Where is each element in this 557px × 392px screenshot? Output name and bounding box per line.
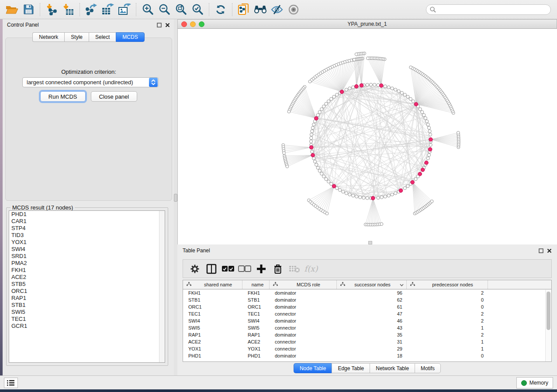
table-row[interactable]: TEC1TEC1connector472	[183, 310, 551, 317]
mcds-node[interactable]	[428, 148, 432, 151]
network-node[interactable]	[426, 123, 429, 126]
network-node[interactable]	[345, 192, 348, 195]
network-node[interactable]	[311, 130, 314, 133]
cell-shared-name[interactable]: TEC1	[183, 310, 242, 317]
refresh-icon[interactable]	[212, 2, 229, 17]
cell-predecessor-nodes[interactable]: 2	[407, 310, 488, 317]
network-node[interactable]	[366, 83, 369, 86]
network-node[interactable]	[429, 133, 432, 136]
cell-name[interactable]: ORC1	[242, 303, 270, 310]
network-node[interactable]	[316, 113, 319, 117]
network-node[interactable]	[384, 195, 387, 198]
mcds-node[interactable]	[411, 180, 415, 184]
mcds-node[interactable]	[355, 85, 359, 89]
column-header-shared-name[interactable]: shared name	[183, 280, 242, 289]
mcds-node[interactable]	[414, 102, 418, 106]
mcds-result-item[interactable]: SWI5	[9, 309, 165, 316]
network-view[interactable]	[177, 29, 557, 244]
table-row[interactable]: SWI5SWI5connector431	[183, 324, 551, 331]
table-row[interactable]: SWI4SWI4dominator462	[183, 317, 551, 324]
cell-name[interactable]: STB1	[242, 296, 270, 303]
network-node[interactable]	[387, 86, 390, 89]
network-graph[interactable]	[178, 29, 557, 244]
network-node[interactable]	[409, 66, 412, 69]
mcds-node[interactable]	[429, 138, 433, 141]
network-node[interactable]	[353, 58, 356, 61]
tab-mcds[interactable]: MCDS	[116, 32, 144, 42]
network-node[interactable]	[310, 137, 313, 140]
network-node[interactable]	[421, 110, 424, 113]
cell-shared-name[interactable]: ORC1	[183, 303, 242, 310]
cell-predecessor-nodes[interactable]: 0	[407, 303, 488, 310]
select-all-columns-icon[interactable]	[221, 261, 235, 276]
network-node[interactable]	[345, 88, 348, 91]
mcds-result-item[interactable]: TID3	[9, 232, 165, 239]
mcds-node[interactable]	[332, 184, 336, 188]
network-node[interactable]	[359, 196, 362, 199]
mcds-node[interactable]	[421, 168, 425, 172]
network-node[interactable]	[283, 151, 286, 155]
cell-shared-name[interactable]: ACE2	[183, 338, 242, 345]
table-row[interactable]: RAP1RAP1dominator352	[183, 331, 551, 338]
cell-name[interactable]: SWI5	[242, 324, 270, 331]
cell-name[interactable]: ACE2	[242, 338, 270, 345]
cell-successor-nodes[interactable]: 31	[337, 338, 407, 345]
cell-name[interactable]: SWI4	[242, 317, 270, 324]
cell-successor-nodes[interactable]: 43	[337, 324, 407, 331]
network-node[interactable]	[287, 110, 291, 113]
cell-MCDS-role[interactable]: connector	[270, 338, 337, 345]
mcds-result-item[interactable]: SRD1	[9, 253, 165, 260]
cell-MCDS-role[interactable]: dominator	[270, 303, 337, 310]
delete-columns-icon[interactable]	[270, 261, 285, 276]
panel-splitter[interactable]	[174, 19, 177, 375]
tab-select[interactable]: Select	[89, 32, 116, 42]
network-node[interactable]	[336, 93, 339, 96]
optimization-criterion-select[interactable]: largest connected component (undirected)	[22, 77, 159, 87]
mcds-result-item[interactable]: FKH1	[9, 267, 165, 274]
network-node[interactable]	[380, 223, 383, 226]
cell-successor-nodes[interactable]: 46	[337, 317, 407, 324]
column-sort-icon[interactable]	[400, 282, 406, 287]
network-node[interactable]	[309, 140, 312, 143]
cell-successor-nodes[interactable]: 47	[337, 310, 407, 317]
delete-table-icon[interactable]	[287, 261, 302, 276]
network-node[interactable]	[312, 123, 315, 126]
export-image-icon[interactable]	[116, 2, 133, 17]
close-panel-icon[interactable]	[547, 248, 552, 253]
network-node[interactable]	[427, 154, 430, 157]
cell-successor-nodes[interactable]: 29	[337, 345, 407, 352]
cell-shared-name[interactable]: YOX1	[183, 345, 242, 352]
network-node[interactable]	[325, 212, 329, 215]
column-header-name[interactable]: name	[242, 280, 270, 289]
table-row[interactable]: FKH1FKH1dominator962	[183, 289, 551, 296]
network-node[interactable]	[315, 163, 318, 166]
network-node[interactable]	[391, 87, 394, 90]
network-node[interactable]	[406, 185, 409, 188]
mcds-node[interactable]	[340, 90, 344, 94]
cell-predecessor-nodes[interactable]: 2	[407, 289, 488, 296]
mcds-list-scrollbar[interactable]	[159, 211, 165, 362]
mcds-result-item[interactable]: CAR1	[9, 218, 165, 225]
search-box[interactable]	[426, 4, 551, 15]
cell-shared-name[interactable]: RAP1	[183, 331, 242, 338]
cell-shared-name[interactable]: STB1	[183, 296, 242, 303]
cell-name[interactable]: YOX1	[242, 345, 270, 352]
cell-MCDS-role[interactable]: dominator	[270, 289, 337, 296]
mcds-result-list[interactable]: PHD1CAR1STP4TID3YOX1SWI4SRD1PMA2FKH1ACE2…	[9, 210, 165, 363]
network-node[interactable]	[318, 169, 321, 172]
open-session-icon[interactable]	[3, 2, 20, 17]
tab-node-table[interactable]: Node Table	[294, 363, 332, 373]
network-node[interactable]	[355, 53, 358, 56]
tab-network[interactable]: Network	[32, 32, 64, 42]
cell-shared-name[interactable]: PHD1	[183, 352, 242, 359]
network-node[interactable]	[377, 83, 380, 86]
network-node[interactable]	[311, 150, 314, 153]
mcds-node[interactable]	[309, 145, 313, 149]
network-node[interactable]	[426, 157, 429, 160]
network-node[interactable]	[422, 113, 426, 117]
cell-shared-name[interactable]: SWI5	[183, 324, 242, 331]
network-node[interactable]	[394, 88, 397, 91]
splitter-grip[interactable]	[174, 194, 177, 202]
mcds-node[interactable]	[360, 83, 363, 87]
new-network-from-selection-icon[interactable]	[235, 2, 252, 17]
